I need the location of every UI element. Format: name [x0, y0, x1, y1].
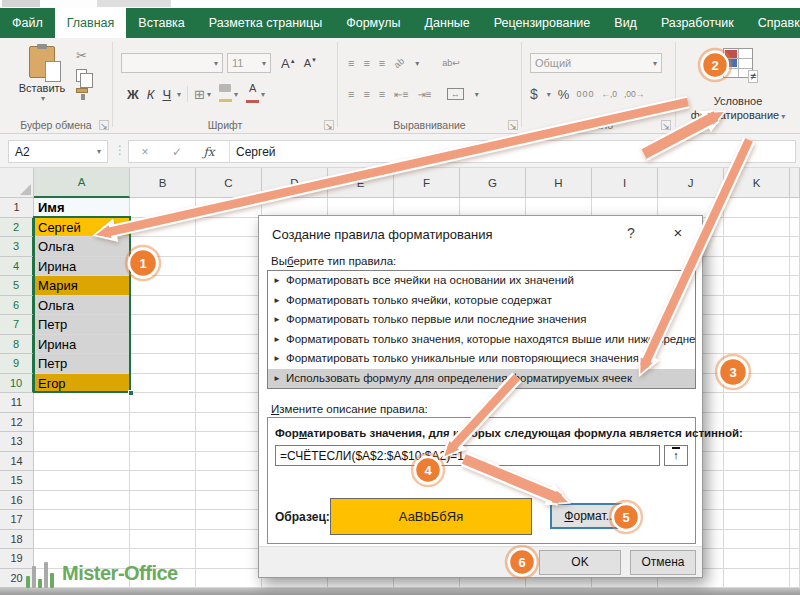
align-left-icon[interactable]: ≡ — [348, 88, 354, 100]
cell-K15[interactable] — [724, 471, 790, 491]
rule-type-option-1[interactable]: ►Форматировать все ячейки на основании и… — [268, 271, 695, 291]
number-dialog-launcher-icon[interactable]: ↘ — [661, 120, 671, 130]
fill-handle[interactable] — [128, 390, 134, 396]
ribbon-tab-2[interactable]: Вставка — [126, 8, 196, 38]
cell-C11[interactable] — [196, 393, 262, 413]
col-header-E[interactable]: E — [328, 168, 394, 198]
cell-C13[interactable] — [196, 432, 262, 452]
col-header-B[interactable]: B — [130, 168, 196, 198]
ok-button[interactable]: OK — [539, 550, 621, 575]
rule-type-option-2[interactable]: ►Форматировать только ячейки, которые со… — [268, 291, 695, 311]
row-header-6[interactable]: 6 — [0, 296, 34, 316]
clipboard-dialog-launcher-icon[interactable]: ↘ — [99, 120, 109, 130]
currency-icon[interactable]: $ — [530, 86, 538, 102]
cell-C6[interactable] — [196, 296, 262, 316]
alignment-dialog-launcher-icon[interactable]: ↘ — [508, 120, 518, 130]
font-dialog-launcher-icon[interactable]: ↘ — [324, 120, 334, 130]
col-header-C[interactable]: C — [196, 168, 262, 198]
bold-button[interactable]: Ж — [123, 87, 143, 102]
format-painter-icon[interactable] — [76, 88, 88, 93]
cell-A8[interactable]: Ирина — [34, 335, 130, 355]
ribbon-tab-4[interactable]: Формулы — [334, 8, 412, 38]
col-header-D[interactable]: D — [262, 168, 328, 198]
enter-entry-icon[interactable]: ✓ — [161, 145, 193, 159]
ribbon-tab-1[interactable]: Главная — [55, 8, 127, 38]
cell-A12[interactable] — [34, 413, 130, 433]
cell-C19[interactable] — [196, 549, 262, 569]
cell-A16[interactable] — [34, 491, 130, 511]
cell-C1[interactable] — [196, 198, 262, 218]
row-header-3[interactable]: 3 — [0, 237, 34, 257]
number-format-combo[interactable]: Общий▾ — [530, 53, 662, 73]
cell-A13[interactable] — [34, 432, 130, 452]
row-header-2[interactable]: 2 — [0, 218, 34, 238]
cell-K20[interactable] — [724, 569, 790, 589]
cancel-button[interactable]: Отмена — [630, 550, 696, 575]
align-right-icon[interactable]: ≡ — [379, 88, 385, 100]
ribbon-tab-3[interactable]: Разметка страницы — [197, 8, 334, 38]
font-color-icon[interactable]: А — [246, 83, 259, 105]
cancel-entry-icon[interactable]: × — [129, 145, 161, 159]
cell-C16[interactable] — [196, 491, 262, 511]
dialog-title-bar[interactable]: Создание правила форматирования ? × — [259, 216, 702, 252]
help-icon[interactable]: ? — [619, 225, 643, 245]
chevron-down-icon[interactable]: ▾ — [177, 90, 181, 99]
cell-C8[interactable] — [196, 335, 262, 355]
rule-type-option-3[interactable]: ►Форматировать только первые или последн… — [268, 310, 695, 330]
cell-A7[interactable]: Петр — [34, 315, 130, 335]
cell-B6[interactable] — [130, 296, 196, 316]
align-center-icon[interactable]: ≡ — [363, 88, 369, 100]
ribbon-tab-8[interactable]: Разработчик — [649, 8, 746, 38]
cell-K18[interactable] — [724, 530, 790, 550]
underline-button[interactable]: Ч — [158, 87, 175, 102]
cut-icon[interactable]: ✂ — [76, 48, 87, 63]
cell-A6[interactable]: Ольга — [34, 296, 130, 316]
collapse-dialog-button[interactable]: ↑ — [664, 445, 688, 466]
cell-A10[interactable]: Егор — [34, 374, 130, 394]
ribbon-tab-0[interactable]: Файл — [0, 8, 55, 38]
cell-A2[interactable]: Сергей — [34, 218, 130, 238]
row-header-4[interactable]: 4 — [0, 257, 34, 277]
cell-K2[interactable] — [724, 218, 790, 238]
comma-style-icon[interactable]: 000 — [576, 89, 594, 99]
ribbon-tab-9[interactable]: Справка — [746, 8, 800, 38]
cell-B18[interactable] — [130, 530, 196, 550]
insert-function-icon[interactable]: ƒx — [193, 145, 225, 159]
row-header-7[interactable]: 7 — [0, 315, 34, 335]
cell-C9[interactable] — [196, 354, 262, 374]
row-header-17[interactable]: 17 — [0, 510, 34, 530]
cell-K9[interactable] — [724, 354, 790, 374]
cell-A5[interactable]: Мария — [34, 276, 130, 296]
cell-B13[interactable] — [130, 432, 196, 452]
rule-type-option-5[interactable]: ►Форматировать только уникальные или пов… — [268, 349, 695, 369]
ribbon-tab-5[interactable]: Данные — [413, 8, 482, 38]
decrease-font-icon[interactable]: А▼ — [300, 57, 321, 69]
ribbon-tab-7[interactable]: Вид — [602, 8, 649, 38]
select-all-button[interactable] — [0, 168, 34, 198]
percent-icon[interactable]: % — [558, 87, 570, 102]
col-header-A[interactable]: A — [34, 168, 130, 198]
cell-K5[interactable] — [724, 276, 790, 296]
increase-font-icon[interactable]: А▲ — [277, 56, 300, 71]
col-header-F[interactable]: F — [394, 168, 460, 198]
paste-button[interactable]: Вставить ▾ — [14, 44, 70, 124]
ribbon-tab-6[interactable]: Рецензирование — [482, 8, 603, 38]
align-top-icon[interactable]: ≡ — [348, 57, 354, 69]
wrap-text-icon[interactable]: ab↩ — [442, 58, 460, 68]
cell-C10[interactable] — [196, 374, 262, 394]
cell-C7[interactable] — [196, 315, 262, 335]
cell-B5[interactable] — [130, 276, 196, 296]
cell-C12[interactable] — [196, 413, 262, 433]
cell-A11[interactable] — [34, 393, 130, 413]
cell-K4[interactable] — [724, 257, 790, 277]
cell-B1[interactable] — [130, 198, 196, 218]
italic-button[interactable]: К — [143, 87, 159, 102]
row-header-14[interactable]: 14 — [0, 452, 34, 472]
cell-K1[interactable] — [724, 198, 790, 218]
merge-center-icon[interactable]: ↔ — [447, 88, 464, 100]
cell-C18[interactable] — [196, 530, 262, 550]
row-header-13[interactable]: 13 — [0, 432, 34, 452]
cell-K7[interactable] — [724, 315, 790, 335]
col-header-K[interactable]: K — [724, 168, 790, 198]
rule-type-option-4[interactable]: ►Форматировать только значения, которые … — [268, 330, 695, 350]
